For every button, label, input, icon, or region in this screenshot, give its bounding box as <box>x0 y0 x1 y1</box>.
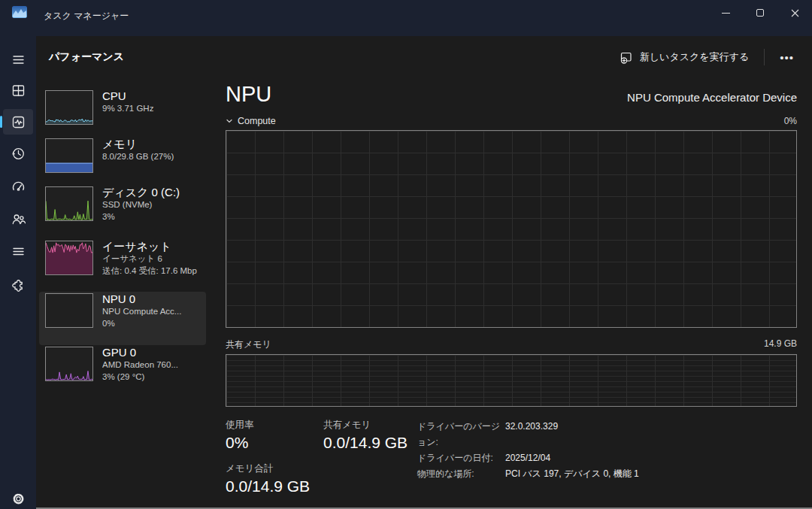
memory-mini-chart <box>45 138 93 173</box>
compute-scale-top: 0% <box>784 116 797 126</box>
compute-usage-chart <box>226 130 797 328</box>
task-manager-window: タスク マネージャー <box>0 0 812 509</box>
performance-pulse-icon <box>11 115 26 129</box>
services-puzzle-icon <box>11 278 26 292</box>
gpu-mini-chart <box>45 347 93 381</box>
perf-item-title: イーサネット <box>102 241 200 253</box>
perf-item-cpu[interactable]: CPU 9% 3.71 GHz <box>39 89 206 137</box>
nav-menu-button[interactable] <box>3 47 33 72</box>
sidebar-item-details[interactable] <box>3 238 33 264</box>
sidebar-item-app-history[interactable] <box>3 141 33 166</box>
npu-stats: 使用率 0% メモリ合計 0.0/14.9 GB 共有メモリ 0.0/14.9 … <box>226 419 797 496</box>
driver-date-value: 2025/12/04 <box>505 450 550 466</box>
sidebar-nav <box>0 36 36 509</box>
shared-memory-chart-label: 共有メモリ <box>226 338 271 351</box>
run-new-task-label: 新しいタスクを実行する <box>640 50 749 64</box>
npu-detail-panel: NPU NPU Compute Accelerator Device Compu… <box>226 81 797 496</box>
shared-memory-scale-top: 14.9 GB <box>764 338 797 351</box>
perf-item-npu[interactable]: NPU 0 NPU Compute Acc... 0% <box>39 292 206 345</box>
minimize-icon <box>722 13 730 14</box>
main-area: パフォーマンス 新しいタスクを実行する ••• CPU <box>36 36 812 509</box>
run-new-task-button[interactable]: 新しいタスクを実行する <box>613 46 756 68</box>
perf-item-sub: 9% 3.71 GHz <box>102 103 200 115</box>
ethernet-mini-chart <box>45 241 93 275</box>
perf-item-sub: 8.0/29.8 GB (27%) <box>102 151 200 163</box>
perf-item-title: ディスク 0 (C:) <box>102 186 200 199</box>
perf-item-gpu[interactable]: GPU 0 AMD Radeon 760... 3% (29 °C) <box>39 345 206 401</box>
processes-grid-icon <box>11 83 26 98</box>
app-icon <box>12 6 27 18</box>
physical-location-value: PCI バス 197, デバイス 0, 機能 1 <box>505 466 639 482</box>
page-header: パフォーマンス 新しいタスクを実行する ••• <box>36 36 812 78</box>
performance-device-list: CPU 9% 3.71 GHz メモリ 8.0/29.8 GB (27%) ディ… <box>39 89 206 401</box>
shared-memory-chart <box>226 354 797 407</box>
usage-value: 0% <box>226 433 323 453</box>
shared-memory-value: 0.0/14.9 GB <box>323 433 417 453</box>
hamburger-icon <box>11 53 26 67</box>
settings-button[interactable] <box>3 486 33 509</box>
users-people-icon <box>11 212 26 226</box>
page-title: パフォーマンス <box>49 50 124 64</box>
cpu-mini-chart <box>45 90 93 125</box>
startup-gauge-icon <box>11 180 26 194</box>
details-list-icon <box>11 244 26 259</box>
sidebar-item-services[interactable] <box>3 272 33 298</box>
header-actions: 新しいタスクを実行する ••• <box>613 36 801 78</box>
perf-item-title: メモリ <box>102 138 200 151</box>
perf-item-sub: NPU Compute Acc... <box>102 306 200 318</box>
perf-item-sub: 3% <box>102 211 200 223</box>
driver-date-label: ドライバーの日付: <box>417 450 505 466</box>
sidebar-item-performance[interactable] <box>3 109 33 135</box>
sidebar-item-users[interactable] <box>3 206 33 232</box>
driver-version-value: 32.0.203.329 <box>505 419 558 450</box>
perf-item-sub: AMD Radeon 760... <box>102 359 200 371</box>
maximize-icon <box>756 9 764 17</box>
gear-icon <box>11 492 26 506</box>
perf-item-sub: 0% <box>102 318 200 330</box>
shared-memory-label: 共有メモリ <box>323 419 417 431</box>
disk-mini-chart <box>45 186 93 221</box>
close-icon <box>791 9 799 17</box>
selected-accent-pill <box>0 116 2 128</box>
header-separator <box>764 49 765 65</box>
perf-item-memory[interactable]: メモリ 8.0/29.8 GB (27%) <box>39 137 206 185</box>
more-options-button[interactable]: ••• <box>772 48 801 67</box>
sidebar-item-startup-apps[interactable] <box>3 174 33 199</box>
perf-item-sub: SSD (NVMe) <box>102 199 200 211</box>
compute-label: Compute <box>238 116 276 126</box>
usage-label: 使用率 <box>226 419 323 431</box>
window-title: タスク マネージャー <box>44 10 129 23</box>
perf-item-sub: 送信: 0.4 受信: 17.6 Mbp <box>102 265 200 277</box>
more-icon: ••• <box>780 51 794 64</box>
perf-item-title: CPU <box>102 90 200 103</box>
perf-item-disk[interactable]: ディスク 0 (C:) SSD (NVMe) 3% <box>39 185 206 239</box>
maximize-button[interactable] <box>743 0 777 26</box>
perf-item-ethernet[interactable]: イーサネット イーサネット 6 送信: 0.4 受信: 17.6 Mbp <box>39 239 206 292</box>
npu-mini-chart <box>45 293 93 328</box>
window-controls <box>708 0 812 26</box>
titlebar: タスク マネージャー <box>0 0 812 36</box>
perf-item-title: NPU 0 <box>102 293 200 306</box>
compute-section-toggle[interactable]: Compute <box>226 116 276 126</box>
app-history-clock-icon <box>11 147 26 161</box>
perf-item-title: GPU 0 <box>102 347 200 359</box>
physical-location-label: 物理的な場所: <box>417 466 505 482</box>
memory-total-value: 0.0/14.9 GB <box>226 477 323 496</box>
minimize-button[interactable] <box>708 0 743 26</box>
device-name: NPU Compute Accelerator Device <box>627 91 797 104</box>
perf-item-sub: イーサネット 6 <box>102 253 200 265</box>
driver-version-label: ドライバーのバージョン: <box>417 419 505 450</box>
sidebar-item-processes[interactable] <box>3 77 33 103</box>
window-plus-icon <box>620 51 633 64</box>
perf-item-sub: 3% (29 °C) <box>102 371 200 383</box>
chevron-down-icon <box>226 117 233 125</box>
detail-title: NPU <box>226 81 271 107</box>
close-button[interactable] <box>777 0 812 26</box>
memory-total-label: メモリ合計 <box>226 462 323 474</box>
